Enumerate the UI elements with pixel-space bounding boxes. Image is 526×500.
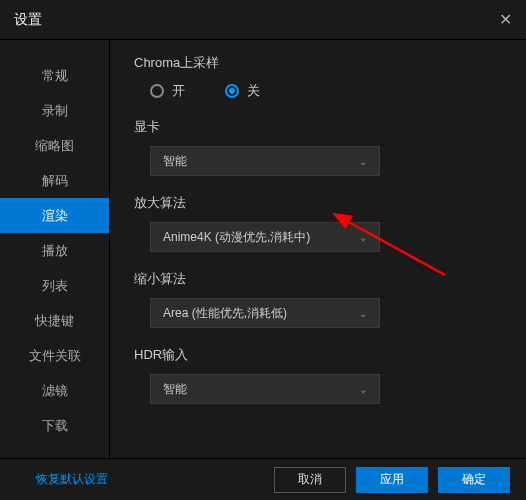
content: 常规 录制 缩略图 解码 渲染 播放 列表 快捷键 文件关联 滤镜 下载 Chr… — [0, 40, 526, 458]
apply-button[interactable]: 应用 — [356, 467, 428, 493]
section-chroma: Chroma上采样 开 关 — [134, 54, 502, 100]
hdr-value: 智能 — [163, 381, 187, 398]
chroma-radio-group: 开 关 — [134, 82, 502, 100]
gpu-value: 智能 — [163, 153, 187, 170]
chevron-down-icon: ⌄ — [359, 156, 367, 167]
section-gpu: 显卡 智能 ⌄ — [134, 118, 502, 176]
sidebar-item-download[interactable]: 下载 — [0, 408, 109, 443]
chroma-label: Chroma上采样 — [134, 54, 502, 72]
main-panel: Chroma上采样 开 关 显卡 智能 ⌄ 放大算法 An — [110, 40, 526, 458]
footer: 恢复默认设置 取消 应用 确定 — [0, 458, 526, 500]
radio-on[interactable]: 开 — [150, 82, 185, 100]
sidebar-item-thumbnail[interactable]: 缩略图 — [0, 128, 109, 163]
gpu-select[interactable]: 智能 ⌄ — [150, 146, 380, 176]
hdr-label: HDR输入 — [134, 346, 502, 364]
sidebar-item-render[interactable]: 渲染 — [0, 198, 109, 233]
titlebar: 设置 ✕ — [0, 0, 526, 40]
upscale-label: 放大算法 — [134, 194, 502, 212]
sidebar-item-shortcut[interactable]: 快捷键 — [0, 303, 109, 338]
cancel-button[interactable]: 取消 — [274, 467, 346, 493]
window-title: 设置 — [14, 11, 42, 29]
radio-circle-icon — [225, 84, 239, 98]
close-icon[interactable]: ✕ — [499, 10, 512, 29]
radio-circle-icon — [150, 84, 164, 98]
hdr-select[interactable]: 智能 ⌄ — [150, 374, 380, 404]
chevron-down-icon: ⌄ — [359, 384, 367, 395]
chevron-down-icon: ⌄ — [359, 308, 367, 319]
section-hdr: HDR输入 智能 ⌄ — [134, 346, 502, 404]
sidebar-item-list[interactable]: 列表 — [0, 268, 109, 303]
gpu-label: 显卡 — [134, 118, 502, 136]
downscale-select[interactable]: Area (性能优先,消耗低) ⌄ — [150, 298, 380, 328]
sidebar-item-general[interactable]: 常规 — [0, 58, 109, 93]
chevron-down-icon: ⌄ — [359, 232, 367, 243]
sidebar-item-filter[interactable]: 滤镜 — [0, 373, 109, 408]
section-downscale: 缩小算法 Area (性能优先,消耗低) ⌄ — [134, 270, 502, 328]
sidebar-item-file-assoc[interactable]: 文件关联 — [0, 338, 109, 373]
sidebar-item-decode[interactable]: 解码 — [0, 163, 109, 198]
sidebar: 常规 录制 缩略图 解码 渲染 播放 列表 快捷键 文件关联 滤镜 下载 — [0, 40, 110, 458]
section-upscale: 放大算法 Anime4K (动漫优先,消耗中) ⌄ — [134, 194, 502, 252]
radio-off[interactable]: 关 — [225, 82, 260, 100]
reset-link[interactable]: 恢复默认设置 — [36, 471, 108, 488]
sidebar-item-record[interactable]: 录制 — [0, 93, 109, 128]
downscale-value: Area (性能优先,消耗低) — [163, 305, 287, 322]
ok-button[interactable]: 确定 — [438, 467, 510, 493]
downscale-label: 缩小算法 — [134, 270, 502, 288]
upscale-select[interactable]: Anime4K (动漫优先,消耗中) ⌄ — [150, 222, 380, 252]
upscale-value: Anime4K (动漫优先,消耗中) — [163, 229, 310, 246]
sidebar-item-playback[interactable]: 播放 — [0, 233, 109, 268]
